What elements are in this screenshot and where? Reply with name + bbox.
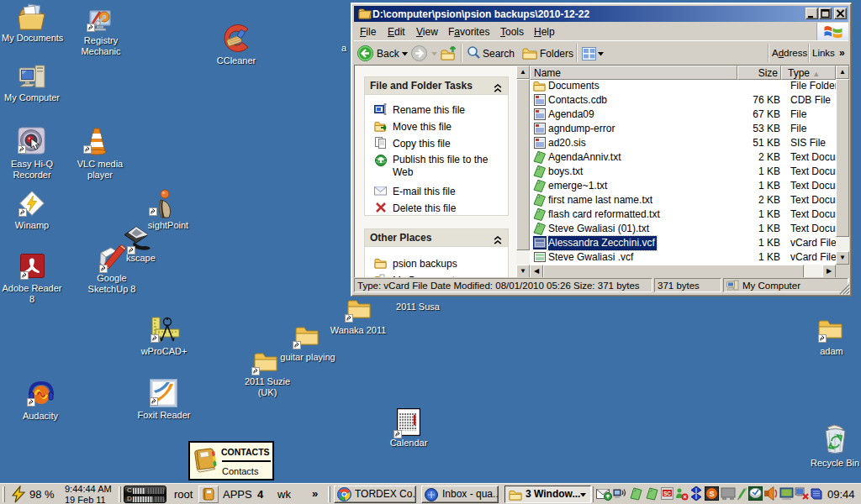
svg-text:SC: SC bbox=[663, 491, 671, 496]
svg-text:S: S bbox=[710, 490, 715, 498]
